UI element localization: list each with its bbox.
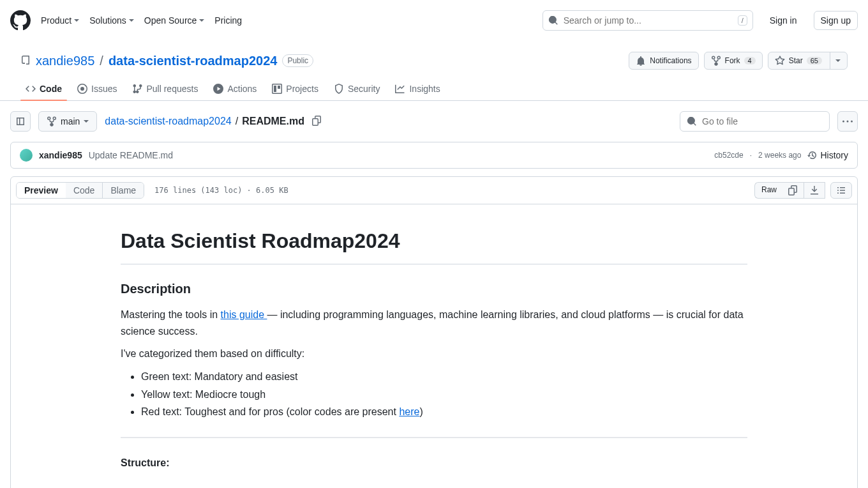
seg-code[interactable]: Code [66,183,102,198]
caret-down-icon [835,59,841,62]
copy-icon [788,185,798,195]
star-icon [775,56,785,66]
copy-raw-button[interactable] [783,182,804,199]
repo-name-link[interactable]: data-scientist-roadmap2024 [108,54,278,68]
slash-key-hint: / [738,15,747,26]
fork-count: 4 [744,57,756,65]
search-icon [548,15,558,26]
history-link[interactable]: History [807,150,848,160]
repo-slash: / [100,54,103,68]
chevron-down-icon [74,19,79,22]
side-panel-toggle[interactable] [10,111,31,132]
nav-solutions[interactable]: Solutions [89,15,134,26]
tab-actions[interactable]: Actions [208,77,262,100]
nav-open-source-label: Open Source [144,15,197,26]
seg-preview[interactable]: Preview [17,183,66,198]
star-dropdown[interactable] [830,52,841,69]
branch-select[interactable]: main [38,111,97,132]
tab-insights[interactable]: Insights [390,77,445,100]
tab-code[interactable]: Code [20,77,67,100]
tab-code-label: Code [40,84,62,94]
md-li-yellow: Yellow text: Mediocre tough [141,386,747,403]
md-p2: I've categorized them based on difficult… [121,346,747,362]
view-mode-segment: Preview Code Blame [16,182,144,199]
md-h2-description: Description [121,278,747,299]
seg-blame[interactable]: Blame [103,183,144,198]
goto-file-input[interactable] [702,116,823,126]
repo-owner-link[interactable]: xandie985 [36,54,94,68]
github-logo-icon[interactable] [10,10,31,31]
download-icon [809,185,819,195]
copy-icon [312,116,322,126]
outline-toggle[interactable] [830,182,852,199]
md-li3b: ) [419,406,423,417]
tab-issues-label: Issues [91,84,117,94]
md-p1: Mastering the tools in this guide — incl… [121,307,747,339]
fork-label: Fork [725,56,740,65]
chevron-down-icon [199,19,204,22]
commit-author[interactable]: xandie985 [39,150,82,160]
fork-icon [711,56,721,66]
tab-insights-label: Insights [409,84,440,94]
fork-button[interactable]: Fork 4 [704,52,763,70]
branch-icon [47,116,57,126]
chevron-down-icon [84,120,89,123]
commit-dot: · [750,151,752,160]
kebab-icon [842,116,853,126]
tab-security-label: Security [348,84,380,94]
star-count: 65 [807,57,822,65]
nav-open-source[interactable]: Open Source [144,15,205,26]
sign-in-link[interactable]: Sign in [763,11,804,29]
md-structure-heading: Structure: [121,455,747,471]
sign-up-button[interactable]: Sign up [814,11,858,30]
search-icon [687,116,697,126]
chevron-down-icon [129,19,134,22]
download-button[interactable] [804,182,825,199]
nav-pricing[interactable]: Pricing [214,15,242,26]
nav-product-label: Product [41,15,71,26]
tab-projects[interactable]: Projects [267,77,324,100]
md-hr [121,437,747,438]
notifications-label: Notifications [650,56,691,65]
actions-icon [213,84,223,94]
nav-pricing-label: Pricing [214,15,242,26]
commit-when: 2 weeks ago [758,151,801,160]
md-difficulty-list: Green text: Mandatory and easiest Yellow… [121,369,747,420]
file-stats: 176 lines (143 loc) · 6.05 KB [154,186,288,195]
tab-pr-label: Pull requests [146,84,198,94]
copy-path-button[interactable] [312,116,322,128]
md-link-here[interactable]: here [399,406,419,417]
search-input[interactable] [564,15,733,26]
repo-icon [20,56,31,66]
raw-button[interactable]: Raw [754,182,783,199]
tab-pull-requests[interactable]: Pull requests [127,77,203,100]
commit-sha[interactable]: cb52cde [714,151,743,160]
md-p1a: Mastering the tools in [121,309,221,320]
md-link-guide[interactable]: this guide [221,309,267,320]
tab-projects-label: Projects [286,84,318,94]
branch-name: main [61,116,80,126]
pr-icon [132,84,142,94]
insights-icon [395,84,405,94]
tab-security[interactable]: Security [329,77,385,100]
breadcrumb-repo-link[interactable]: data-scientist-roadmap2024 [105,116,231,127]
global-search[interactable]: / [542,10,753,31]
nav-solutions-label: Solutions [89,15,126,26]
more-options-button[interactable] [837,111,858,132]
issues-icon [77,84,87,94]
goto-file[interactable] [680,111,830,132]
nav-product[interactable]: Product [41,15,79,26]
history-icon [807,150,818,160]
tab-actions-label: Actions [227,84,257,94]
markdown-body: Data Scientist Roadmap2024 Description M… [11,204,857,488]
code-icon [26,84,36,94]
md-li-red: Red text: Toughest and for pros (color c… [141,404,747,420]
security-icon [334,84,344,94]
commit-message[interactable]: Update README.md [89,150,173,160]
repo-visibility-badge: Public [282,54,313,67]
tab-issues[interactable]: Issues [72,77,122,100]
star-button[interactable]: Star 65 [768,52,848,70]
author-avatar[interactable] [20,149,33,162]
notifications-button[interactable]: Notifications [629,52,698,70]
history-label: History [820,150,848,160]
